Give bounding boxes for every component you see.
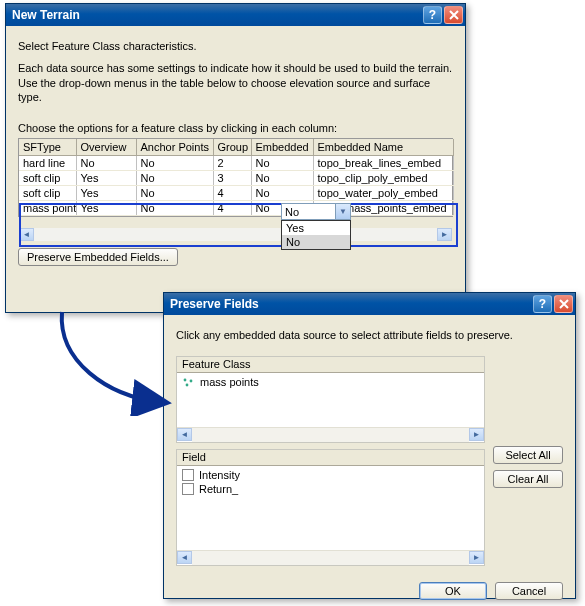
scroll-left-icon[interactable]: ◄ [19,228,34,241]
listbox-header: Feature Class [177,357,484,373]
table-row[interactable]: soft clipYesNo3Notopo_clip_poly_embed [19,170,453,185]
field-checkbox-row[interactable]: Intensity [182,468,479,482]
table-cell[interactable]: No [251,155,313,170]
checkbox[interactable] [182,469,194,481]
preserve-fields-dialog: Preserve Fields ? Click any embedded dat… [163,292,576,599]
dropdown-option-no[interactable]: No [282,235,350,249]
instruction-text: Select Feature Class characteristics. [18,39,453,53]
table-cell[interactable]: 4 [213,200,251,215]
scroll-right-icon[interactable]: ► [437,228,452,241]
dropdown-value: No [282,206,335,218]
table-cell[interactable]: 4 [213,185,251,200]
close-button[interactable] [444,6,463,24]
svg-point-1 [190,380,193,383]
feature-class-table[interactable]: SFType Overview Anchor Points Group Embe… [18,138,453,217]
close-button[interactable] [554,295,573,313]
checkbox[interactable] [182,483,194,495]
embedded-dropdown[interactable]: No ▼ [281,203,351,220]
field-label: Return_ [199,483,238,495]
table-cell[interactable]: topo_water_poly_embed [313,185,453,200]
new-terrain-dialog: New Terrain ? Select Feature Class chara… [5,3,466,313]
column-header-group[interactable]: Group [213,139,251,155]
table-cell[interactable]: topo_break_lines_embed [313,155,453,170]
titlebar[interactable]: New Terrain ? [6,4,465,26]
feature-class-listbox[interactable]: Feature Class mass points ◄ ► [176,356,485,443]
titlebar[interactable]: Preserve Fields ? [164,293,575,315]
svg-point-2 [186,384,189,387]
instruction-text: Choose the options for a feature class b… [18,122,453,134]
dropdown-option-yes[interactable]: Yes [282,221,350,235]
table-cell[interactable]: No [251,170,313,185]
list-item-label: mass points [200,376,259,388]
table-cell[interactable]: No [136,170,213,185]
table-row[interactable]: mass pointsYesNo4Notopo_mass_points_embe… [19,200,453,215]
table-cell[interactable]: No [136,185,213,200]
table-cell[interactable]: hard line [19,155,76,170]
scroll-left-icon[interactable]: ◄ [177,551,192,564]
scroll-right-icon[interactable]: ► [469,428,484,441]
table-cell[interactable]: mass points [19,200,76,215]
table-cell[interactable]: Yes [76,185,136,200]
instruction-text: Click any embedded data source to select… [176,328,563,342]
horizontal-scrollbar[interactable]: ◄ ► [177,427,484,442]
table-cell[interactable]: No [76,155,136,170]
scroll-right-icon[interactable]: ► [469,551,484,564]
chevron-down-icon[interactable]: ▼ [335,204,350,219]
table-cell[interactable]: No [251,185,313,200]
dropdown-list[interactable]: Yes No [281,220,351,250]
table-row[interactable]: soft clipYesNo4Notopo_water_poly_embed [19,185,453,200]
table-cell[interactable]: No [136,200,213,215]
help-button[interactable]: ? [423,6,442,24]
table-cell[interactable]: 2 [213,155,251,170]
table-row[interactable]: hard lineNoNo2Notopo_break_lines_embed [19,155,453,170]
table-cell[interactable]: soft clip [19,185,76,200]
field-listbox[interactable]: Field IntensityReturn_ ◄ ► [176,449,485,566]
column-header-anchor-points[interactable]: Anchor Points [136,139,213,155]
dialog-title: New Terrain [12,8,421,22]
cancel-button[interactable]: Cancel [495,582,563,600]
horizontal-scrollbar[interactable]: ◄ ► [177,550,484,565]
column-header-sftype[interactable]: SFType [19,139,76,155]
point-layer-icon [182,377,194,388]
table-cell[interactable]: Yes [76,170,136,185]
table-cell[interactable]: No [136,155,213,170]
select-all-button[interactable]: Select All [493,446,563,464]
column-header-embedded[interactable]: Embedded [251,139,313,155]
table-cell[interactable]: Yes [76,200,136,215]
help-button[interactable]: ? [533,295,552,313]
table-cell[interactable]: 3 [213,170,251,185]
horizontal-scrollbar[interactable]: ◄ ► [18,227,453,242]
scroll-left-icon[interactable]: ◄ [177,428,192,441]
instruction-text: Each data source has some settings to in… [18,61,453,104]
svg-point-0 [184,379,187,382]
field-label: Intensity [199,469,240,481]
dialog-title: Preserve Fields [170,297,531,311]
table-cell[interactable]: soft clip [19,170,76,185]
list-item[interactable]: mass points [182,375,479,388]
clear-all-button[interactable]: Clear All [493,470,563,488]
preserve-embedded-fields-button[interactable]: Preserve Embedded Fields... [18,248,178,266]
field-checkbox-row[interactable]: Return_ [182,482,479,496]
table-cell[interactable]: topo_clip_poly_embed [313,170,453,185]
callout-arrow-icon [52,306,172,416]
listbox-header: Field [177,450,484,466]
ok-button[interactable]: OK [419,582,487,600]
column-header-embedded-name[interactable]: Embedded Name [313,139,453,155]
column-header-overview[interactable]: Overview [76,139,136,155]
